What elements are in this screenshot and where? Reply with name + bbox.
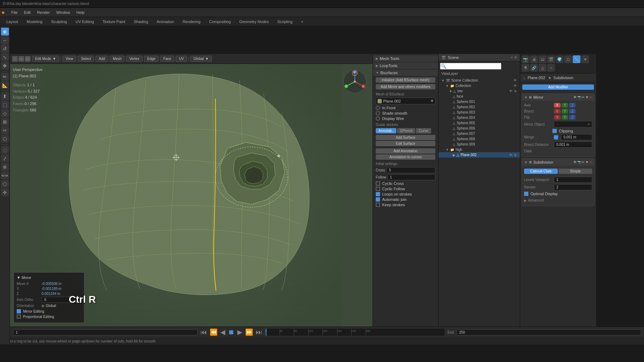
- material-props-btn[interactable]: ○: [547, 64, 555, 72]
- ws-layout[interactable]: Layout: [2, 19, 22, 24]
- mirror-editing-check[interactable]: [17, 309, 21, 313]
- object-props-btn[interactable]: ◻: [564, 55, 572, 63]
- merge-check[interactable]: [554, 135, 558, 139]
- ws-rendering[interactable]: Rendering: [178, 19, 205, 24]
- menu-window[interactable]: Window: [53, 10, 73, 15]
- inset-tool[interactable]: ⬚: [1, 101, 9, 109]
- mesh-clear-btn[interactable]: ✕: [430, 99, 434, 103]
- skip-forward-btn[interactable]: ⏭: [256, 329, 262, 336]
- menu-file[interactable]: File: [9, 10, 21, 15]
- modifier-props-btn[interactable]: 🔧: [573, 55, 580, 63]
- playhead[interactable]: [266, 329, 266, 336]
- face-menu[interactable]: Face: [160, 56, 174, 62]
- mirror-expand[interactable]: ▼: [524, 95, 528, 99]
- edge-slide-tool[interactable]: ⤤: [1, 154, 9, 162]
- bisect-y-btn[interactable]: Y: [562, 109, 568, 114]
- mesh-menu[interactable]: Mesh: [110, 56, 125, 62]
- edit-surface-btn[interactable]: Edit Surface: [376, 141, 435, 146]
- mirror-render[interactable]: 📷: [577, 95, 581, 99]
- mirror-object-edit-btn[interactable]: ✏: [588, 122, 590, 126]
- transform-tool[interactable]: ✥: [1, 62, 9, 70]
- view-menu[interactable]: View: [62, 56, 77, 62]
- cursor-tool[interactable]: ⊕: [1, 28, 9, 35]
- subdiv-visibility[interactable]: 👁: [573, 160, 577, 164]
- ws-shading[interactable]: Shading: [130, 19, 152, 24]
- ws-add[interactable]: +: [297, 19, 307, 24]
- axis-z-btn[interactable]: Z: [569, 103, 576, 108]
- object-data-props-btn[interactable]: △: [539, 64, 546, 72]
- simple-btn[interactable]: Simple: [558, 169, 592, 174]
- move-tool[interactable]: ↔: [1, 36, 9, 44]
- ws-uv-editing[interactable]: UV Editing: [71, 19, 98, 24]
- obj-sphere-002[interactable]: △ Sphere.002: [439, 104, 520, 110]
- measure-tool[interactable]: 📐: [1, 81, 9, 89]
- collection-visibility[interactable]: 👁: [513, 84, 517, 88]
- push-pull-tool[interactable]: ⟺: [1, 171, 9, 179]
- merge-value-field[interactable]: 0.001 m: [561, 134, 592, 140]
- mode-dropdown[interactable]: Edit Mode ▼: [32, 56, 59, 62]
- stop-btn[interactable]: ⏹: [228, 329, 235, 336]
- mesh-tools-header[interactable]: ▶ Mesh Tools ···: [373, 55, 438, 62]
- play-btn[interactable]: ▶: [237, 328, 242, 336]
- scale-tool[interactable]: ⤡: [1, 53, 9, 61]
- timeline-ruler[interactable]: 0 40 80 120 160 200 240 280: [265, 329, 445, 336]
- subdiv-expand[interactable]: ▼: [524, 160, 528, 164]
- uv-menu[interactable]: UV: [176, 56, 187, 62]
- shrink-fatten-tool[interactable]: ⊛: [1, 163, 9, 171]
- menu-render[interactable]: Render: [34, 10, 53, 15]
- ws-animation[interactable]: Animation: [153, 19, 178, 24]
- obj-low[interactable]: ▶ △ low 👁 🖱: [439, 88, 520, 94]
- obj-sphere-004[interactable]: △ Sphere.004: [439, 115, 520, 120]
- obj-plane-002[interactable]: ▶ △ Plane.002 👁 🖱: [439, 152, 520, 158]
- step-forward-btn[interactable]: ⏩: [245, 328, 253, 336]
- scene-filter[interactable]: ≡: [511, 56, 513, 59]
- obj-sphere-005[interactable]: △ Sphere.005: [439, 120, 520, 126]
- axis-x-btn[interactable]: X: [554, 103, 561, 108]
- mesh-field[interactable]: Plane.002 ✕: [376, 98, 435, 104]
- skip-back-btn[interactable]: ⏮: [200, 329, 207, 336]
- proportional-editing-check[interactable]: [17, 314, 21, 319]
- obj-sphere-009[interactable]: △ Sphere.009: [439, 142, 520, 147]
- menu-help[interactable]: Help: [74, 10, 88, 15]
- loop-tools-header[interactable]: ▶ LoopTools ···: [373, 62, 438, 69]
- play-reverse-btn[interactable]: ◀: [220, 328, 225, 336]
- constraints-props-btn[interactable]: 🔗: [530, 64, 538, 72]
- extrude-tool[interactable]: ⬆: [1, 92, 9, 100]
- vertex-icon[interactable]: ·: [12, 56, 18, 62]
- edge-icon[interactable]: ─: [18, 56, 24, 62]
- mirror-options[interactable]: ▼: [585, 95, 589, 99]
- add-modifier-btn[interactable]: Add Modifier: [522, 84, 594, 90]
- ws-compositing[interactable]: Compositing: [205, 19, 235, 24]
- high-collection[interactable]: ▼ 📁 high: [443, 147, 520, 152]
- move-collapse-icon[interactable]: ▼: [17, 275, 21, 280]
- end-frame-field[interactable]: 250: [457, 329, 641, 335]
- gizmo[interactable]: Z X Y: [341, 67, 369, 96]
- visibility-icon[interactable]: 👁: [513, 78, 517, 82]
- face-icon[interactable]: □: [25, 56, 31, 62]
- obj-face[interactable]: △ face: [439, 94, 520, 99]
- view-layer-props-btn[interactable]: 🗂: [539, 55, 546, 63]
- 3d-viewport[interactable]: User Perspective (1) Plane.002 Objects 1…: [10, 64, 373, 327]
- tab-curve[interactable]: Curve: [416, 128, 431, 133]
- step-back-btn[interactable]: ⏪: [210, 328, 218, 336]
- scene-settings[interactable]: ⚙: [514, 56, 517, 59]
- obj-nav-arrow[interactable]: ▶: [549, 76, 551, 79]
- in-front-radio[interactable]: [376, 106, 380, 110]
- particle-props-btn[interactable]: ✴: [581, 55, 589, 63]
- mirror-visibility[interactable]: 👁: [573, 95, 577, 99]
- cyclic-follow-check[interactable]: [376, 187, 380, 191]
- display-wire-radio[interactable]: [376, 116, 380, 121]
- output-props-btn[interactable]: 🖨: [530, 55, 538, 63]
- loop-cut-tool[interactable]: ⊞: [1, 118, 9, 126]
- poly-tool[interactable]: ⬡: [1, 135, 9, 143]
- bisect-x-btn[interactable]: X: [554, 109, 561, 114]
- ws-scripting[interactable]: Scripting: [273, 19, 297, 24]
- knife-tool[interactable]: ✂: [1, 126, 9, 134]
- collection-item[interactable]: ▼ 📁 Collection 👁: [443, 83, 520, 88]
- scene-collection-item[interactable]: ▼ 🎬 Scene Collection 👁: [439, 78, 520, 83]
- smooth-tool[interactable]: ◌: [1, 146, 9, 154]
- flip-y-btn[interactable]: Y: [562, 115, 568, 120]
- obj-sphere-007[interactable]: △ Sphere.007: [439, 131, 520, 136]
- mirror-object-field[interactable]: — ✏: [554, 121, 592, 127]
- ws-modeling[interactable]: Modeling: [22, 19, 47, 24]
